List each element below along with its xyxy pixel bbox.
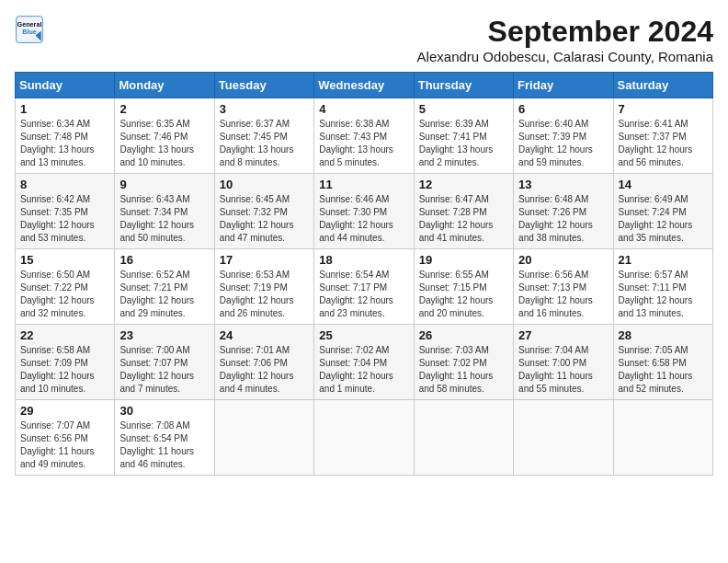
- week-row-3: 15Sunrise: 6:50 AMSunset: 7:22 PMDayligh…: [16, 249, 713, 325]
- table-cell: [414, 400, 513, 476]
- col-sunday: Sunday: [16, 73, 115, 98]
- svg-text:Blue: Blue: [22, 28, 37, 36]
- table-cell: 21Sunrise: 6:57 AMSunset: 7:11 PMDayligh…: [613, 249, 712, 325]
- day-info: Sunrise: 7:05 AMSunset: 6:58 PMDaylight:…: [619, 344, 708, 396]
- day-number: 16: [119, 253, 209, 267]
- day-number: 11: [319, 178, 408, 191]
- table-cell: [613, 400, 712, 476]
- day-info: Sunrise: 6:54 AMSunset: 7:17 PMDaylight:…: [319, 269, 408, 320]
- table-cell: 3Sunrise: 6:37 AMSunset: 7:45 PMDaylight…: [214, 98, 313, 174]
- day-info: Sunrise: 6:46 AMSunset: 7:30 PMDaylight:…: [319, 193, 408, 245]
- day-number: 2: [119, 102, 209, 116]
- day-number: 14: [619, 178, 708, 191]
- col-saturday: Saturday: [613, 73, 712, 98]
- day-info: Sunrise: 6:52 AMSunset: 7:21 PMDaylight:…: [119, 269, 209, 320]
- page-container: General Blue September 2024 Alexandru Od…: [15, 15, 713, 476]
- week-row-1: 1Sunrise: 6:34 AMSunset: 7:48 PMDaylight…: [16, 98, 713, 174]
- day-info: Sunrise: 7:01 AMSunset: 7:06 PMDaylight:…: [220, 344, 309, 396]
- day-number: 28: [619, 328, 708, 342]
- col-wednesday: Wednesday: [314, 73, 414, 98]
- day-number: 12: [419, 178, 508, 191]
- col-tuesday: Tuesday: [214, 73, 313, 98]
- day-number: 1: [20, 102, 109, 116]
- day-info: Sunrise: 6:50 AMSunset: 7:22 PMDaylight:…: [20, 269, 109, 320]
- day-info: Sunrise: 7:03 AMSunset: 7:02 PMDaylight:…: [419, 344, 508, 396]
- day-info: Sunrise: 6:45 AMSunset: 7:32 PMDaylight:…: [220, 193, 309, 245]
- day-info: Sunrise: 6:34 AMSunset: 7:48 PMDaylight:…: [20, 118, 109, 169]
- day-info: Sunrise: 7:00 AMSunset: 7:07 PMDaylight:…: [119, 344, 209, 396]
- day-number: 27: [518, 328, 608, 342]
- day-number: 17: [220, 253, 309, 267]
- day-number: 25: [319, 328, 408, 342]
- table-cell: 7Sunrise: 6:41 AMSunset: 7:37 PMDaylight…: [613, 98, 712, 174]
- day-number: 26: [419, 328, 508, 342]
- page-title: September 2024: [417, 15, 713, 49]
- table-cell: 12Sunrise: 6:47 AMSunset: 7:28 PMDayligh…: [414, 174, 513, 249]
- day-info: Sunrise: 6:42 AMSunset: 7:35 PMDaylight:…: [20, 193, 109, 245]
- day-info: Sunrise: 6:49 AMSunset: 7:24 PMDaylight:…: [619, 193, 708, 245]
- day-number: 29: [20, 404, 109, 418]
- calendar-header: Sunday Monday Tuesday Wednesday Thursday…: [16, 73, 713, 98]
- day-info: Sunrise: 6:55 AMSunset: 7:15 PMDaylight:…: [419, 269, 508, 320]
- table-cell: 10Sunrise: 6:45 AMSunset: 7:32 PMDayligh…: [214, 174, 313, 249]
- table-cell: 23Sunrise: 7:00 AMSunset: 7:07 PMDayligh…: [115, 325, 214, 400]
- table-cell: 19Sunrise: 6:55 AMSunset: 7:15 PMDayligh…: [414, 249, 513, 325]
- title-block: September 2024 Alexandru Odobescu, Calar…: [417, 15, 713, 64]
- day-info: Sunrise: 7:02 AMSunset: 7:04 PMDaylight:…: [319, 344, 408, 396]
- day-number: 23: [119, 328, 209, 342]
- calendar-table: Sunday Monday Tuesday Wednesday Thursday…: [15, 72, 713, 476]
- day-info: Sunrise: 6:43 AMSunset: 7:34 PMDaylight:…: [119, 193, 209, 245]
- day-info: Sunrise: 7:08 AMSunset: 6:54 PMDaylight:…: [119, 419, 209, 471]
- header: General Blue September 2024 Alexandru Od…: [15, 15, 713, 64]
- day-number: 21: [619, 253, 708, 267]
- day-number: 18: [319, 253, 408, 267]
- day-number: 10: [220, 178, 309, 191]
- day-info: Sunrise: 6:47 AMSunset: 7:28 PMDaylight:…: [419, 193, 508, 245]
- table-cell: 15Sunrise: 6:50 AMSunset: 7:22 PMDayligh…: [16, 249, 115, 325]
- table-cell: 22Sunrise: 6:58 AMSunset: 7:09 PMDayligh…: [16, 325, 115, 400]
- calendar-body: 1Sunrise: 6:34 AMSunset: 7:48 PMDaylight…: [16, 98, 713, 476]
- table-cell: 26Sunrise: 7:03 AMSunset: 7:02 PMDayligh…: [414, 325, 513, 400]
- table-cell: 30Sunrise: 7:08 AMSunset: 6:54 PMDayligh…: [115, 400, 214, 476]
- table-cell: 28Sunrise: 7:05 AMSunset: 6:58 PMDayligh…: [613, 325, 712, 400]
- table-cell: 5Sunrise: 6:39 AMSunset: 7:41 PMDaylight…: [414, 98, 513, 174]
- col-monday: Monday: [115, 73, 214, 98]
- table-cell: 11Sunrise: 6:46 AMSunset: 7:30 PMDayligh…: [314, 174, 414, 249]
- day-number: 30: [119, 404, 209, 418]
- table-cell: [214, 400, 313, 476]
- table-cell: 29Sunrise: 7:07 AMSunset: 6:56 PMDayligh…: [16, 400, 115, 476]
- week-row-5: 29Sunrise: 7:07 AMSunset: 6:56 PMDayligh…: [16, 400, 713, 476]
- day-info: Sunrise: 6:35 AMSunset: 7:46 PMDaylight:…: [119, 118, 209, 169]
- table-cell: 18Sunrise: 6:54 AMSunset: 7:17 PMDayligh…: [314, 249, 414, 325]
- day-info: Sunrise: 6:58 AMSunset: 7:09 PMDaylight:…: [20, 344, 109, 396]
- table-cell: 14Sunrise: 6:49 AMSunset: 7:24 PMDayligh…: [613, 174, 712, 249]
- table-cell: [314, 400, 414, 476]
- day-number: 7: [619, 102, 708, 116]
- logo-icon: General Blue: [15, 15, 44, 44]
- header-row: Sunday Monday Tuesday Wednesday Thursday…: [16, 73, 713, 98]
- table-cell: 27Sunrise: 7:04 AMSunset: 7:00 PMDayligh…: [514, 325, 613, 400]
- day-info: Sunrise: 6:48 AMSunset: 7:26 PMDaylight:…: [518, 193, 608, 245]
- week-row-4: 22Sunrise: 6:58 AMSunset: 7:09 PMDayligh…: [16, 325, 713, 400]
- table-cell: 13Sunrise: 6:48 AMSunset: 7:26 PMDayligh…: [514, 174, 613, 249]
- day-number: 6: [518, 102, 608, 116]
- day-info: Sunrise: 7:07 AMSunset: 6:56 PMDaylight:…: [20, 419, 109, 471]
- table-cell: 6Sunrise: 6:40 AMSunset: 7:39 PMDaylight…: [514, 98, 613, 174]
- day-number: 22: [20, 328, 109, 342]
- week-row-2: 8Sunrise: 6:42 AMSunset: 7:35 PMDaylight…: [16, 174, 713, 249]
- day-info: Sunrise: 6:41 AMSunset: 7:37 PMDaylight:…: [619, 118, 708, 169]
- day-info: Sunrise: 6:57 AMSunset: 7:11 PMDaylight:…: [619, 269, 708, 320]
- table-cell: 1Sunrise: 6:34 AMSunset: 7:48 PMDaylight…: [16, 98, 115, 174]
- day-info: Sunrise: 6:56 AMSunset: 7:13 PMDaylight:…: [518, 269, 608, 320]
- table-cell: 20Sunrise: 6:56 AMSunset: 7:13 PMDayligh…: [514, 249, 613, 325]
- day-info: Sunrise: 6:37 AMSunset: 7:45 PMDaylight:…: [220, 118, 309, 169]
- day-info: Sunrise: 6:53 AMSunset: 7:19 PMDaylight:…: [220, 269, 309, 320]
- subtitle: Alexandru Odobescu, Calarasi County, Rom…: [417, 49, 713, 64]
- day-number: 4: [319, 102, 408, 116]
- day-info: Sunrise: 6:38 AMSunset: 7:43 PMDaylight:…: [319, 118, 408, 169]
- day-info: Sunrise: 6:40 AMSunset: 7:39 PMDaylight:…: [518, 118, 608, 169]
- day-number: 20: [518, 253, 608, 267]
- day-info: Sunrise: 6:39 AMSunset: 7:41 PMDaylight:…: [419, 118, 508, 169]
- table-cell: [514, 400, 613, 476]
- day-number: 13: [518, 178, 608, 191]
